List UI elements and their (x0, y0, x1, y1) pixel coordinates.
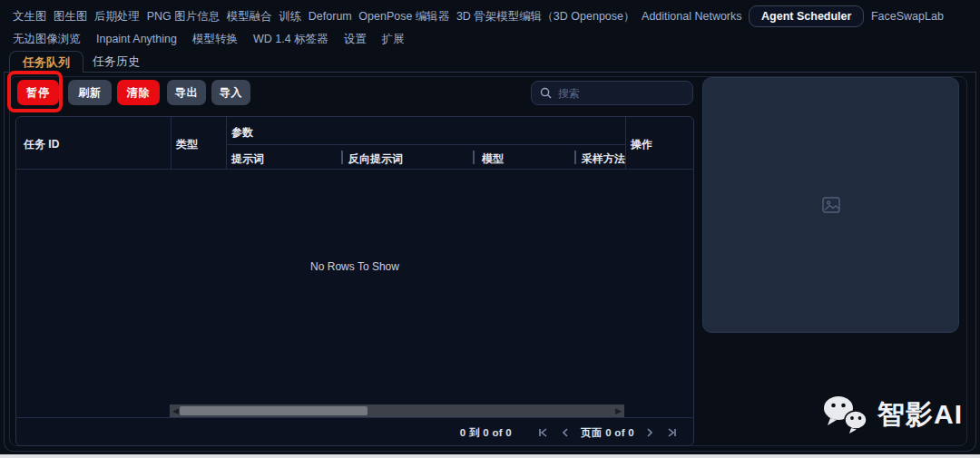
pagination-page-label: 页面 0 of 0 (581, 426, 634, 440)
task-table: 任务 ID 类型 参数 提示词 反向提示词 模型 采样方法 操作 No Rows… (15, 116, 694, 446)
column-resize-handle[interactable] (473, 151, 475, 164)
column-header-sampler[interactable]: 采样方法 (582, 151, 625, 167)
app-window: 文生图 图生图 后期处理 PNG 图片信息 模型融合 训练 Deforum Op… (0, 0, 980, 458)
column-header-prompt[interactable]: 提示词 (231, 151, 264, 167)
bottom-edge-strip (0, 454, 980, 458)
clear-button[interactable]: 清除 (117, 80, 160, 105)
watermark-brand-text: 智影AI (877, 396, 963, 434)
first-page-icon[interactable] (535, 425, 550, 440)
import-button[interactable]: 导入 (211, 80, 250, 105)
tab-png-info[interactable]: PNG 图片信息 (147, 9, 220, 24)
tab-img2img[interactable]: 图生图 (54, 9, 88, 24)
scrollbar-thumb[interactable] (180, 406, 368, 415)
tab-settings[interactable]: 设置 (344, 32, 367, 47)
result-preview-panel (702, 77, 959, 333)
tab-model-converter[interactable]: 模型转换 (192, 32, 238, 47)
wechat-icon (821, 394, 868, 435)
tab-txt2img[interactable]: 文生图 (13, 9, 47, 24)
scroll-right-arrow-icon[interactable]: ▶ (615, 405, 622, 416)
column-resize-handle[interactable] (341, 151, 343, 164)
image-placeholder-icon (822, 197, 840, 213)
tab-3d-openpose[interactable]: 3D 骨架模型编辑（3D Openpose） (456, 9, 635, 24)
column-header-actions: 操作 (631, 137, 652, 152)
column-header-task-id[interactable]: 任务 ID (24, 137, 59, 152)
tab-deforum[interactable]: Deforum (309, 10, 352, 23)
tab-task-queue[interactable]: 任务队列 (9, 51, 83, 73)
column-header-type[interactable]: 类型 (176, 137, 198, 152)
tab-infinite-image-browser[interactable]: 无边图像浏览 (13, 32, 81, 47)
export-button[interactable]: 导出 (167, 80, 206, 105)
tab-agent-scheduler[interactable]: Agent Scheduler (749, 5, 864, 27)
previous-page-icon[interactable] (558, 425, 573, 440)
search-box (531, 81, 693, 105)
column-resize-handle[interactable] (574, 151, 576, 164)
scheduler-tab-bar: 任务队列 任务历史 (4, 51, 976, 73)
refresh-button[interactable]: 刷新 (68, 80, 112, 105)
search-icon (540, 87, 552, 99)
main-tab-bar: 文生图 图生图 后期处理 PNG 图片信息 模型融合 训练 Deforum Op… (13, 5, 944, 28)
tab-extras[interactable]: 后期处理 (94, 9, 140, 24)
table-header: 任务 ID 类型 参数 提示词 反向提示词 模型 采样方法 操作 (16, 117, 693, 170)
column-header-params-group: 参数 (231, 125, 253, 141)
tab-checkpoint-merger[interactable]: 模型融合 (227, 9, 272, 24)
scroll-left-arrow-icon[interactable]: ◀ (172, 405, 179, 416)
column-header-model[interactable]: 模型 (482, 151, 504, 167)
pagination-summary: 0 到 0 of 0 (460, 426, 512, 440)
empty-state-text: No Rows To Show (16, 260, 693, 273)
pause-button[interactable]: 暂停 (17, 80, 59, 105)
tab-openpose-editor[interactable]: OpenPose 编辑器 (358, 9, 449, 24)
search-input[interactable] (558, 87, 699, 100)
tab-faceswaplab[interactable]: FaceSwapLab (871, 10, 944, 23)
main-tab-bar-row2: 无边图像浏览 Inpaint Anything 模型转换 WD 1.4 标签器 … (13, 28, 405, 50)
watermark: 智影AI (821, 394, 963, 435)
horizontal-scrollbar[interactable]: ◀ ▶ (170, 404, 624, 417)
tab-inpaint-anything[interactable]: Inpaint Anything (96, 33, 177, 45)
tab-wd14-tagger[interactable]: WD 1.4 标签器 (253, 32, 328, 47)
tab-train[interactable]: 训练 (279, 9, 301, 24)
tab-extensions[interactable]: 扩展 (382, 32, 405, 47)
column-header-negative-prompt[interactable]: 反向提示词 (348, 151, 403, 167)
pagination-bar: 0 到 0 of 0 页面 0 of 0 (16, 417, 693, 447)
params-group-divider (226, 144, 625, 145)
tab-task-history[interactable]: 任务历史 (87, 51, 145, 73)
last-page-icon[interactable] (665, 425, 680, 440)
tab-additional-networks[interactable]: Additional Networks (642, 10, 741, 23)
next-page-icon[interactable] (642, 425, 657, 440)
